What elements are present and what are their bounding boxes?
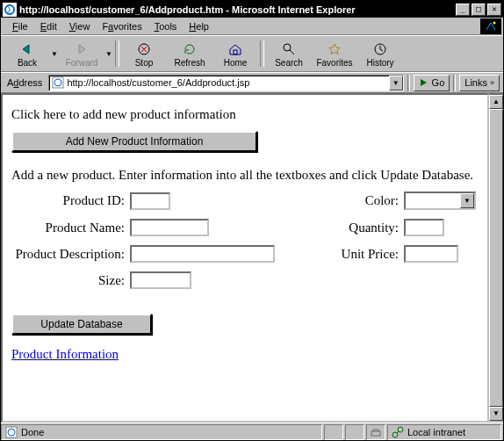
links-label: Links	[464, 77, 487, 88]
history-button[interactable]: History	[357, 37, 403, 70]
product-id-input[interactable]	[130, 192, 170, 210]
toolbar-separator-1	[115, 40, 119, 67]
product-name-input[interactable]	[130, 219, 209, 236]
status-pane-2	[345, 424, 364, 440]
address-dropdown[interactable]: ▼	[389, 76, 403, 90]
svg-point-1	[493, 22, 496, 25]
links-button[interactable]: Links »	[459, 75, 500, 91]
back-label: Back	[18, 58, 37, 68]
address-input[interactable]	[67, 77, 388, 88]
window-title: http://localhost/customer_6/Addproduct.h…	[19, 4, 456, 15]
scroll-track[interactable]	[489, 109, 503, 407]
status-main: Done	[1, 424, 322, 440]
label-size: Size:	[11, 273, 130, 288]
scroll-down-button[interactable]: ▼	[489, 407, 503, 421]
status-pane-1	[324, 424, 343, 440]
label-quantity: Quantity:	[334, 220, 404, 235]
instructions-text: Add a new product. Enter information int…	[11, 168, 479, 183]
forward-label: Forward	[66, 58, 98, 68]
menu-bar: FFileile EditEdit ViewView FavoritesFavo…	[1, 18, 503, 35]
search-label: Search	[275, 58, 303, 68]
intro-text: Click here to add new product informatio…	[11, 107, 479, 122]
size-input[interactable]	[130, 271, 191, 289]
forward-dropdown[interactable]: ▼	[104, 50, 113, 58]
offline-icon	[371, 427, 381, 437]
vertical-scrollbar[interactable]: ▲ ▼	[489, 93, 503, 423]
zone-text: Local intranet	[407, 427, 465, 437]
history-clock-icon	[371, 40, 389, 58]
address-label: AddressAddress	[4, 77, 45, 88]
favorites-star-icon	[326, 40, 343, 58]
back-button[interactable]: Back	[4, 37, 50, 70]
label-product-desc: Product Description:	[11, 247, 130, 262]
update-database-button[interactable]: Update Database	[11, 314, 152, 335]
back-arrow-icon	[18, 40, 36, 58]
product-information-link[interactable]: Product Information	[11, 347, 119, 361]
home-icon	[227, 40, 244, 58]
forward-arrow-icon	[73, 40, 90, 58]
refresh-icon	[181, 40, 198, 58]
search-icon	[280, 40, 298, 58]
quantity-input[interactable]	[404, 219, 444, 236]
label-color: Color:	[334, 193, 404, 208]
menu-tools[interactable]: ToolsTools	[148, 19, 184, 33]
search-button[interactable]: Search	[266, 37, 312, 70]
scroll-thumb[interactable]	[489, 109, 503, 407]
minimize-button[interactable]: _	[456, 4, 470, 16]
menu-edit[interactable]: EditEdit	[34, 19, 63, 33]
product-form: Product ID: Color: ▼ Product Name: Quant…	[11, 192, 479, 289]
stop-label: Stop	[135, 58, 154, 68]
label-product-name: Product Name:	[11, 220, 130, 235]
status-text: Done	[21, 427, 44, 437]
zone-intranet-icon	[392, 426, 404, 438]
go-label: Go	[432, 77, 445, 88]
address-separator	[407, 75, 410, 91]
go-arrow-icon	[419, 77, 429, 88]
status-pane-3	[366, 424, 385, 440]
home-button[interactable]: Home	[212, 37, 258, 70]
ie-throbber-icon	[480, 18, 501, 34]
product-description-input[interactable]	[130, 245, 275, 263]
label-unit-price: Unit Price:	[334, 247, 404, 262]
stop-button[interactable]: Stop	[121, 37, 167, 70]
svg-point-4	[284, 44, 291, 51]
menu-help[interactable]: HelpHelp	[183, 19, 215, 33]
toolbar-separator-2	[260, 40, 264, 67]
menu-favorites[interactable]: FavoritesFavorites	[96, 19, 148, 33]
ie-app-icon	[3, 3, 17, 17]
add-new-product-button[interactable]: Add New Product Information	[11, 131, 257, 152]
history-label: History	[366, 58, 393, 68]
address-field[interactable]: ▼	[48, 75, 403, 91]
svg-rect-3	[234, 50, 237, 54]
scroll-up-button[interactable]: ▲	[489, 95, 503, 109]
page-content: Click here to add new product informatio…	[1, 93, 489, 423]
window-controls: _ □ ✕	[456, 4, 501, 16]
links-separator	[453, 75, 456, 91]
content-row: Click here to add new product informatio…	[1, 93, 503, 423]
favorites-button[interactable]: Favorites	[312, 37, 357, 70]
color-select[interactable]: ▼	[404, 192, 476, 210]
forward-button[interactable]: Forward	[59, 37, 104, 70]
toolbar: Back ▼ Forward ▼ Stop Refresh Home Searc…	[1, 35, 503, 72]
refresh-label: Refresh	[174, 58, 205, 68]
home-label: Home	[224, 58, 248, 68]
select-dropdown-icon[interactable]: ▼	[460, 193, 474, 208]
close-button[interactable]: ✕	[487, 4, 501, 16]
go-button[interactable]: Go	[414, 75, 450, 91]
back-dropdown[interactable]: ▼	[50, 50, 59, 58]
ie-page-icon	[51, 76, 65, 90]
unit-price-input[interactable]	[404, 245, 458, 263]
menu-file[interactable]: FFileile	[6, 19, 34, 33]
address-bar: AddressAddress ▼ Go Links »	[1, 72, 503, 93]
favorites-label: Favorites	[316, 58, 352, 68]
refresh-button[interactable]: Refresh	[167, 37, 212, 70]
title-bar: http://localhost/customer_6/Addproduct.h…	[1, 1, 503, 18]
label-product-id: Product ID:	[11, 193, 130, 208]
stop-icon	[135, 40, 153, 58]
status-page-icon	[5, 426, 18, 438]
status-zone: Local intranet	[387, 424, 501, 440]
maximize-button[interactable]: □	[472, 4, 486, 16]
menu-view[interactable]: ViewView	[63, 19, 97, 33]
svg-rect-8	[371, 431, 380, 436]
status-bar: Done Local intranet	[1, 423, 503, 440]
